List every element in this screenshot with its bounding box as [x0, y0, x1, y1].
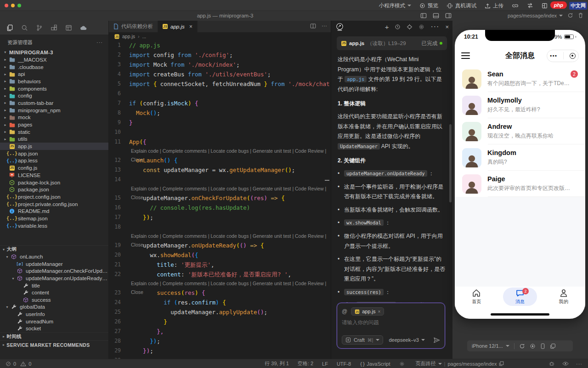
code-line-3[interactable]: 3import Mock from './mock/index'; [109, 60, 331, 69]
maximize-window-button[interactable] [17, 4, 21, 7]
tabbar-item-我的[interactable]: 我的 [547, 288, 581, 306]
code-line-9[interactable]: 9} [109, 118, 331, 127]
toggle-sidebar-icon[interactable] [420, 12, 427, 19]
outline-item-unreadNum[interactable]: unreadNum [0, 318, 108, 325]
tree-file-project.private.config.json[interactable]: {..}project.private.config.json [0, 201, 108, 208]
code-line-27[interactable]: 27 }, [109, 327, 331, 336]
code-line-12[interactable]: 12 onLaunch() { [109, 155, 331, 165]
tree-folder-custom-tab-bar[interactable]: ▸custom-tab-bar [0, 99, 108, 107]
tree-file-LICENSE[interactable]: LICENSE [0, 172, 108, 179]
scrollbar-marker[interactable] [325, 180, 329, 181]
close-tab-icon[interactable]: × [189, 23, 192, 30]
outline-item-title[interactable]: title [0, 282, 108, 289]
timeline-section-header[interactable]: ▸时间线 [0, 332, 108, 340]
cloud-tools-icon[interactable] [80, 25, 87, 31]
tree-file-sitemap.json[interactable]: {..}sitemap.json [0, 215, 108, 222]
menu-hamburger-icon[interactable] [461, 52, 470, 59]
code-area[interactable]: 1// app.js2import config from './config'… [109, 40, 331, 359]
remove-context-icon[interactable]: × [378, 309, 381, 314]
tree-folder-mock[interactable]: ▸mock [0, 114, 108, 121]
codelens-actions[interactable]: Explain code | Complete comments | Locat… [109, 279, 331, 288]
outline-item-socket[interactable]: socket [0, 325, 108, 332]
code-line-10[interactable]: 10 [109, 127, 331, 137]
service-market-section-header[interactable]: ▸SERVICE MARKET RECOMMENDS [0, 340, 108, 349]
code-line-25[interactable]: 25 updateManager.applyUpdate(); [109, 307, 331, 317]
code-line-2[interactable]: 2import config from './config'; [109, 50, 331, 60]
tree-folder-api[interactable]: ▸api [0, 70, 108, 78]
code-line-30[interactable]: 30 [109, 356, 331, 359]
tree-file-variable.less[interactable]: {..}variable.less [0, 222, 108, 230]
outline-item-userInfo[interactable]: userInfo [0, 310, 108, 318]
tab-code-dependency-analysis[interactable]: 代码依赖分析 [109, 21, 158, 32]
language-mode[interactable]: {} JavaScript [360, 361, 390, 367]
tree-folder-behaviors[interactable]: ▸behaviors [0, 78, 108, 85]
tab-app-js[interactable]: JS app.js × [158, 21, 198, 32]
code-line-15[interactable]: 15 updateManager.onCheckForUpdate((res) … [109, 193, 331, 203]
code-line-11[interactable]: 11App({ [109, 137, 331, 147]
project-root-row[interactable]: ▾ MINIPROGRAM-3 [0, 48, 108, 56]
multi-window-icon[interactable] [550, 343, 556, 349]
explorer-files-icon[interactable] [6, 24, 13, 31]
code-line-17[interactable]: 17 }); [109, 213, 331, 222]
tree-folder-pages[interactable]: ▸pages [0, 121, 108, 128]
minimize-window-button[interactable] [11, 4, 15, 7]
code-line-14[interactable]: 14 [109, 175, 331, 184]
send-icon[interactable] [433, 337, 440, 344]
craft-mode-dropdown[interactable]: Craft ⌘| [342, 335, 383, 345]
source-control-icon[interactable] [36, 24, 43, 31]
vconsole-debug-icon[interactable] [548, 361, 555, 367]
ai-input-box[interactable]: @ JS app.js × 请输入你的问题 Craft ⌘| deepseek–… [337, 303, 445, 349]
tree-folder-.cloudbase[interactable]: ▸.cloudbase [0, 63, 108, 71]
model-selector-dropdown[interactable]: deepseek–v3 [389, 337, 424, 343]
ai-scrollbar[interactable] [449, 124, 452, 202]
capsule-more-button[interactable]: ••• [550, 53, 557, 58]
tree-folder-static[interactable]: ▸static [0, 128, 108, 136]
window-layout-button[interactable] [542, 3, 548, 9]
editor-more-actions[interactable]: ··· [322, 23, 327, 29]
message-row-Sean[interactable]: Sean有个问题想咨询一下，关于TDesign组件...2 [455, 66, 585, 92]
message-row-Kingdom[interactable]: Kingdom真的吗? [455, 144, 585, 171]
tabbar-item-消息[interactable]: 消息2 [503, 288, 537, 306]
context-file-chip[interactable]: JS app.js × [351, 307, 384, 316]
tree-file-app.js[interactable]: JSapp.js [0, 143, 108, 150]
toggle-panel-icon[interactable] [433, 12, 439, 19]
miniprogram-mode-dropdown[interactable]: 小程序模式 [379, 2, 412, 9]
link-tool-button[interactable] [512, 3, 519, 9]
settings-gear-icon[interactable] [418, 24, 424, 30]
tree-folder-miniprogram_npm[interactable]: ▸miniprogram_npm [0, 107, 108, 114]
tree-folder-config[interactable]: ▸config [0, 92, 108, 99]
focus-target-icon[interactable] [407, 24, 413, 30]
message-row-Mollymolly[interactable]: Mollymolly好久不见，最近咋样? [455, 92, 585, 118]
tree-file-package-lock.json[interactable]: package-lock.json [0, 179, 108, 186]
code-line-20[interactable]: 20 wx.showModal({ [109, 250, 331, 260]
toggle-secondary-sidebar-icon[interactable] [445, 12, 452, 19]
outline-item-onLaunch[interactable]: ▾onLaunch [0, 253, 108, 261]
preview-button[interactable]: 预览 [419, 2, 438, 9]
outline-section-header[interactable]: ▾大纲 [0, 245, 108, 253]
tree-folder-__MACOSX[interactable]: ▸__MACOSX [0, 56, 108, 63]
capsule-exit-button[interactable] [570, 53, 576, 59]
code-line-26[interactable]: 26 } [109, 317, 331, 327]
outline-item-updateManager[interactable]: [ø]updateManager [0, 260, 108, 268]
upload-button[interactable]: 上传 [485, 2, 503, 9]
tree-folder-utils[interactable]: ▸utils [0, 136, 108, 143]
code-line-24[interactable]: 24 if (res.confirm) { [109, 298, 331, 307]
message-row-Andrew[interactable]: Andrew现在没空，晚点再联系你哈 [455, 118, 585, 144]
code-line-6[interactable]: 6 [109, 89, 331, 98]
eol-setting[interactable]: LF [322, 361, 328, 367]
device-debug-button[interactable]: 真机调试 [447, 2, 476, 9]
code-line-1[interactable]: 1// app.js [109, 40, 331, 50]
rotate-device-icon[interactable] [540, 343, 545, 349]
codelens-actions[interactable]: Explain code | Complete comments | Locat… [109, 147, 331, 155]
tree-folder-components[interactable]: ▸components [0, 85, 108, 92]
code-line-28[interactable]: 28 }); [109, 336, 331, 346]
tree-file-package.json[interactable]: package.json [0, 186, 108, 193]
sim-page-path-dropdown[interactable]: pages/message/index [508, 13, 563, 18]
codelens-actions[interactable]: Explain code | Complete comments | Locat… [109, 232, 331, 241]
outline-item-globalData[interactable]: ▾globalData [0, 304, 108, 311]
sim-refresh-icon[interactable] [567, 12, 573, 18]
code-line-4[interactable]: 4import createBus from './utils/eventBus… [109, 69, 331, 79]
code-line-8[interactable]: 8 Mock(); [109, 108, 331, 118]
code-line-5[interactable]: 5import { connectSocket, fetchUnreadNum … [109, 79, 331, 89]
close-window-button[interactable] [5, 4, 8, 7]
